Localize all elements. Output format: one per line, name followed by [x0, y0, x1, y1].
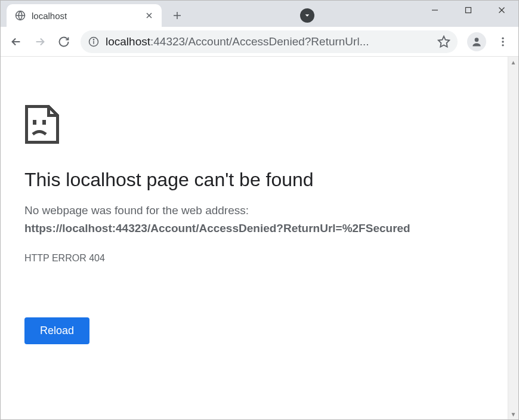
close-window-button[interactable]	[485, 1, 518, 20]
bookmark-star-icon[interactable]	[437, 35, 450, 48]
url-host: localhost	[106, 35, 150, 48]
svg-rect-16	[33, 120, 36, 125]
browser-toolbar: localhost:44323/Account/AccessDenied?Ret…	[1, 27, 518, 57]
scroll-down-arrow-icon[interactable]: ▼	[508, 409, 518, 419]
tab-title: localhost	[32, 11, 138, 21]
browser-tab[interactable]: localhost	[7, 4, 162, 27]
sad-page-icon	[24, 104, 484, 146]
window-controls	[418, 1, 518, 20]
reload-page-button[interactable]: Reload	[24, 317, 89, 344]
reload-button[interactable]	[53, 31, 75, 52]
error-title: This localhost page can't be found	[24, 169, 484, 191]
close-tab-button[interactable]	[144, 10, 155, 21]
svg-point-14	[502, 41, 503, 42]
back-button[interactable]	[5, 31, 27, 52]
new-tab-button[interactable]	[168, 6, 187, 25]
maximize-button[interactable]	[452, 1, 485, 20]
svg-point-13	[502, 37, 503, 39]
error-subtitle: No webpage was found for the web address…	[24, 204, 484, 217]
svg-rect-1	[466, 8, 471, 13]
error-url: https://localhost:44323/Account/AccessDe…	[24, 222, 484, 235]
vertical-scrollbar[interactable]: ▲ ▼	[508, 57, 518, 419]
page-content: This localhost page can't be found No we…	[1, 57, 508, 419]
globe-icon	[15, 10, 26, 21]
svg-rect-17	[42, 120, 46, 125]
scroll-up-arrow-icon[interactable]: ▲	[508, 57, 518, 67]
error-code: HTTP ERROR 404	[24, 253, 484, 264]
chevron-down-circle-icon[interactable]	[300, 8, 314, 23]
svg-point-11	[93, 39, 94, 39]
address-bar[interactable]: localhost:44323/Account/AccessDenied?Ret…	[81, 30, 458, 53]
profile-avatar-button[interactable]	[467, 32, 486, 51]
forward-button[interactable]	[29, 31, 51, 52]
info-icon[interactable]	[88, 36, 100, 48]
svg-point-12	[475, 38, 479, 42]
url-path: :44323/Account/AccessDenied?ReturnUrl...	[150, 35, 369, 48]
url-text: localhost:44323/Account/AccessDenied?Ret…	[106, 35, 431, 48]
kebab-menu-button[interactable]	[492, 31, 514, 52]
minimize-button[interactable]	[418, 1, 452, 20]
viewport: This localhost page can't be found No we…	[1, 57, 518, 419]
svg-point-15	[502, 44, 503, 46]
